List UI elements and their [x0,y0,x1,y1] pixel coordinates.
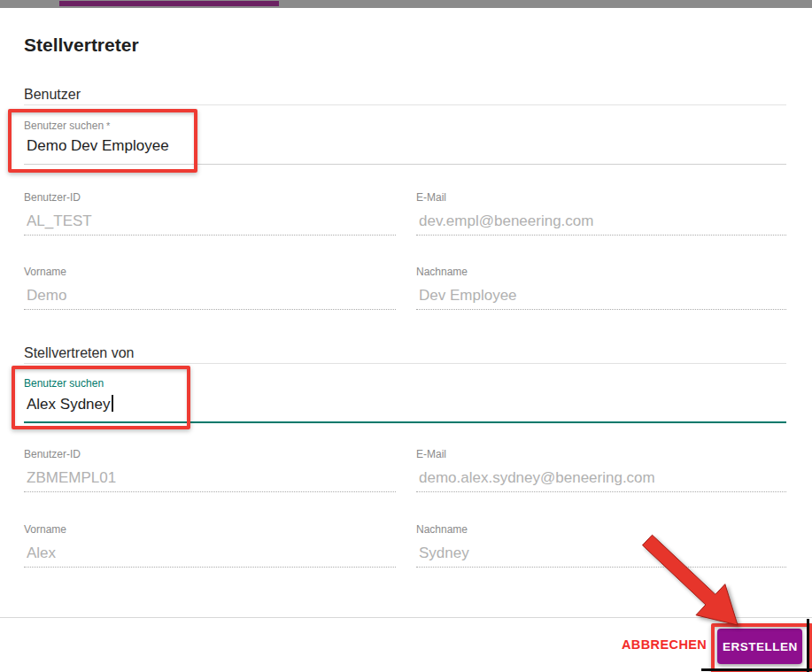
text-cursor [112,395,113,412]
top-progress-track [0,0,812,8]
footer-divider [0,617,812,618]
section-heading-stellvertreten-von: Stellvertreten von [24,344,135,362]
vorname-field: Vorname Alex [24,523,396,568]
field-label: Vorname [24,266,396,278]
user-search-input[interactable]: Demo Dev Employee [24,136,786,156]
field-value: Dev Employee [416,286,786,305]
field-label: E-Mail [416,448,786,460]
page-title: Stellvertreter [24,34,139,57]
nachname-field: Nachname Sydney [416,523,786,568]
benutzer-id-field: Benutzer-ID AL_TEST [24,191,396,236]
deputy-search-label: Benutzer suchen [24,377,786,390]
field-label: Nachname [416,266,786,278]
user-search-field[interactable]: Benutzer suchen* Demo Dev Employee [24,120,786,165]
field-label: Vorname [24,523,396,536]
section-divider [24,104,786,105]
email-field: E-Mail dev.empl@beneering.com [416,191,786,236]
email-field: E-Mail demo.alex.sydney@beneering.com [416,448,786,492]
field-label: E-Mail [416,191,786,204]
field-label: Nachname [416,523,786,536]
field-value: Demo [24,286,396,305]
create-button[interactable]: ERSTELLEN [717,629,802,664]
window-edge-right [807,619,809,672]
field-value: Sydney [416,544,786,562]
field-value: AL_TEST [24,212,396,230]
user-search-label: Benutzer suchen* [24,120,786,132]
window-edge-bottom [701,668,812,671]
required-marker: * [106,120,110,131]
nachname-field: Nachname Dev Employee [416,266,786,310]
vorname-field: Vorname Demo [24,266,396,310]
field-value: Alex [24,544,396,562]
deputy-search-field[interactable]: Benutzer suchen Alex Sydney [24,377,786,423]
annotation-arrow-icon [0,0,812,672]
cancel-button[interactable]: ABBRECHEN [622,637,707,652]
field-label: Benutzer-ID [24,191,396,204]
deputy-search-input[interactable]: Alex Sydney [24,395,786,414]
section-divider [24,363,786,364]
benutzer-id-field: Benutzer-ID ZBMEMPL01 [24,448,396,492]
field-label: Benutzer-ID [24,448,396,460]
section-heading-benutzer: Benutzer [24,86,81,104]
field-value: ZBMEMPL01 [24,468,396,487]
top-progress-fill [59,1,279,6]
field-value: dev.empl@beneering.com [416,212,786,230]
field-value: demo.alex.sydney@beneering.com [416,468,786,487]
